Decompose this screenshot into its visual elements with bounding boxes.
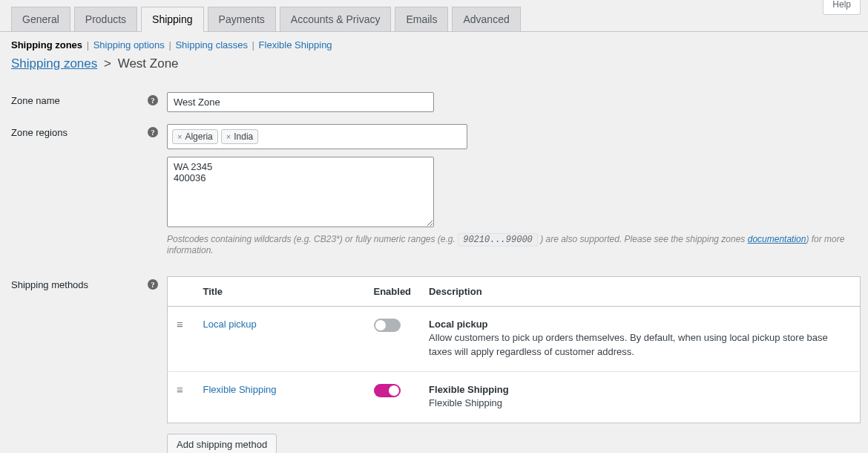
col-enabled: Enabled	[365, 277, 421, 307]
row-shipping-methods: Shipping methods ? Title Enabled Descrip…	[0, 255, 868, 453]
documentation-link[interactable]: documentation	[748, 234, 806, 244]
row-zone-regions: Zone regions ? ×Algeria×India WA 2345 40…	[0, 112, 868, 255]
tab-advanced[interactable]: Advanced	[452, 7, 520, 32]
table-row: ≡Flexible ShippingFlexible ShippingFlexi…	[168, 371, 861, 423]
breadcrumb-root-link[interactable]: Shipping zones	[11, 56, 97, 71]
zone-regions-select[interactable]: ×Algeria×India	[167, 124, 467, 149]
hint-range-example: 90210...99000	[458, 233, 538, 247]
remove-tag-icon[interactable]: ×	[226, 132, 231, 141]
enabled-toggle[interactable]	[374, 384, 401, 397]
method-title-link[interactable]: Local pickup	[203, 319, 257, 330]
breadcrumb-sep: >	[104, 56, 111, 71]
breadcrumb-current: West Zone	[118, 56, 179, 71]
help-icon[interactable]: ?	[148, 279, 158, 290]
help-icon[interactable]: ?	[148, 127, 158, 137]
col-handle	[168, 277, 194, 307]
col-description: Description	[420, 277, 860, 307]
label-zone-name: Zone name	[11, 92, 60, 106]
subtab-flexible-shipping[interactable]: Flexible Shipping	[259, 39, 332, 50]
row-zone-name: Zone name ?	[0, 80, 868, 112]
methods-tbody: ≡Local pickupLocal pickupAllow customers…	[168, 307, 861, 423]
breadcrumb: Shipping zones > West Zone	[0, 52, 868, 80]
method-desc-body: Flexible Shipping	[429, 397, 851, 411]
method-title-link[interactable]: Flexible Shipping	[203, 384, 277, 395]
enabled-toggle[interactable]	[374, 319, 401, 332]
remove-tag-icon[interactable]: ×	[177, 132, 182, 141]
region-tag[interactable]: ×India	[221, 129, 258, 144]
shipping-subtabs: Shipping zones | Shipping options | Ship…	[0, 32, 868, 52]
zone-name-input[interactable]	[167, 92, 434, 112]
subtab-shipping-options[interactable]: Shipping options	[93, 39, 165, 50]
col-title: Title	[194, 277, 365, 307]
settings-tabs: GeneralProductsShippingPaymentsAccounts …	[0, 0, 868, 32]
subtab-shipping-zones[interactable]: Shipping zones	[11, 39, 82, 50]
tab-products[interactable]: Products	[74, 7, 137, 32]
tab-emails[interactable]: Emails	[395, 7, 448, 32]
tab-general[interactable]: General	[11, 7, 70, 32]
help-icon[interactable]: ?	[148, 95, 158, 105]
tab-shipping[interactable]: Shipping	[141, 7, 204, 32]
region-tag[interactable]: ×Algeria	[172, 129, 218, 144]
drag-handle-icon[interactable]: ≡	[177, 384, 183, 395]
shipping-methods-table: Title Enabled Description ≡Local pickupL…	[167, 276, 861, 423]
postcode-hint: Postcodes containing wildcards (e.g. CB2…	[167, 234, 857, 255]
method-desc-title: Local pickup	[429, 319, 851, 330]
subtab-shipping-classes[interactable]: Shipping classes	[175, 39, 248, 50]
drag-handle-icon[interactable]: ≡	[177, 319, 183, 330]
add-shipping-method-button[interactable]: Add shipping method	[167, 434, 277, 453]
label-shipping-methods: Shipping methods	[11, 276, 88, 290]
tab-accounts-privacy[interactable]: Accounts & Privacy	[280, 7, 392, 32]
method-desc-title: Flexible Shipping	[429, 384, 851, 395]
postcodes-textarea[interactable]: WA 2345 400036	[167, 157, 434, 227]
method-desc-body: Allow customers to pick up orders themse…	[429, 331, 851, 359]
tab-payments[interactable]: Payments	[208, 7, 276, 32]
label-zone-regions: Zone regions	[11, 124, 68, 138]
table-row: ≡Local pickupLocal pickupAllow customers…	[168, 307, 861, 372]
help-tab[interactable]: Help	[823, 0, 861, 15]
